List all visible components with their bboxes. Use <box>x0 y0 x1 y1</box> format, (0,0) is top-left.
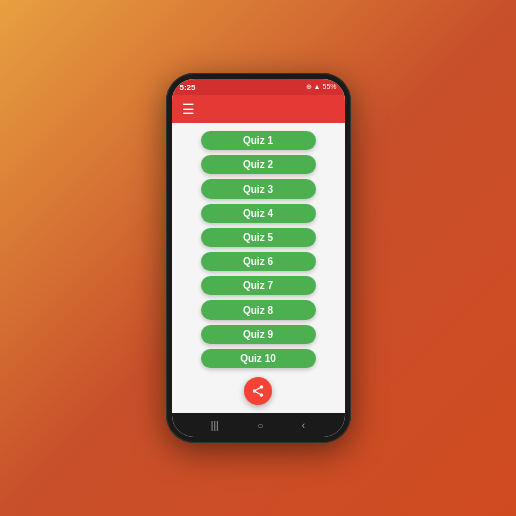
nav-home-icon[interactable]: ○ <box>257 420 263 431</box>
quiz-button-3[interactable]: Quiz 3 <box>201 179 316 198</box>
nav-bar: ||| ○ ‹ <box>172 413 345 437</box>
svg-line-3 <box>256 392 260 394</box>
quiz-button-6[interactable]: Quiz 6 <box>201 252 316 271</box>
quiz-button-5[interactable]: Quiz 5 <box>201 228 316 247</box>
hamburger-icon[interactable]: ☰ <box>182 102 195 116</box>
share-button[interactable] <box>244 377 272 405</box>
quiz-button-8[interactable]: Quiz 8 <box>201 300 316 319</box>
content-area: Quiz 1 Quiz 2 Quiz 3 Quiz 4 Quiz 5 Quiz … <box>172 123 345 413</box>
svg-line-4 <box>256 388 260 390</box>
status-bar: 5:25 ⊕ ▲ 55% <box>172 79 345 95</box>
quiz-button-1[interactable]: Quiz 1 <box>201 131 316 150</box>
status-time: 5:25 <box>180 83 196 92</box>
status-icons: ⊕ ▲ 55% <box>306 83 337 91</box>
quiz-button-4[interactable]: Quiz 4 <box>201 204 316 223</box>
svg-point-0 <box>260 385 264 389</box>
phone-device: 5:25 ⊕ ▲ 55% ☰ Quiz 1 Quiz 2 Quiz 3 Quiz… <box>166 73 351 443</box>
svg-point-1 <box>253 389 257 393</box>
nav-back-icon[interactable]: ‹ <box>302 420 305 431</box>
app-bar: ☰ <box>172 95 345 123</box>
quiz-button-9[interactable]: Quiz 9 <box>201 325 316 344</box>
phone-screen: 5:25 ⊕ ▲ 55% ☰ Quiz 1 Quiz 2 Quiz 3 Quiz… <box>172 79 345 437</box>
quiz-button-10[interactable]: Quiz 10 <box>201 349 316 368</box>
svg-point-2 <box>260 393 264 397</box>
share-icon <box>251 384 265 398</box>
nav-recent-icon[interactable]: ||| <box>211 420 219 431</box>
quiz-button-2[interactable]: Quiz 2 <box>201 155 316 174</box>
quiz-button-7[interactable]: Quiz 7 <box>201 276 316 295</box>
